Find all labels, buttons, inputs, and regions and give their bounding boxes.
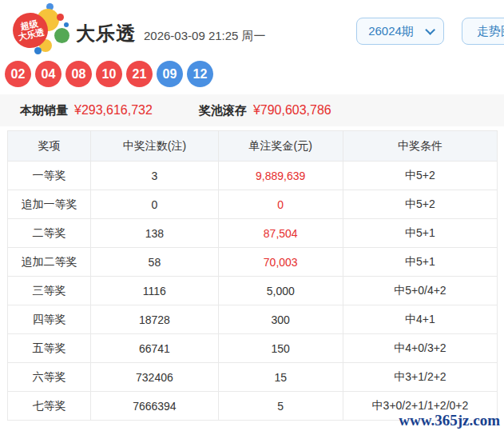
win-condition: 中5+1: [343, 248, 497, 277]
table-row: 六等奖 732406 15 中3+1/2+2: [8, 363, 498, 392]
win-condition: 中4+1: [343, 305, 497, 334]
prize-amount: 5: [218, 392, 343, 421]
prize-amount: 300: [218, 305, 343, 334]
win-condition: 中5+0/4+2: [343, 277, 497, 305]
prize-amount: 70,003: [218, 248, 343, 277]
logo-dot-icon: [57, 14, 64, 21]
page-header: 超级 大乐透 大乐透 2026-03-09 21:25 周一 26024期 走势…: [0, 0, 504, 56]
back-ball: 09: [157, 61, 183, 87]
sales-value: ¥293,616,732: [74, 103, 153, 118]
front-ball: 10: [96, 61, 122, 87]
chevron-down-icon: [425, 25, 435, 35]
prize-name: 二等奖: [8, 219, 91, 248]
win-condition: 中3+1/2+2: [343, 363, 497, 392]
prize-amount: 9,889,639: [218, 162, 343, 190]
prize-name: 四等奖: [8, 305, 91, 334]
front-ball: 21: [126, 61, 153, 87]
period-select-value: 26024期: [368, 24, 414, 39]
logo-dot-icon: [64, 22, 69, 27]
front-ball: 02: [5, 61, 31, 87]
prize-name: 追加二等奖: [8, 248, 91, 277]
prize-name: 七等奖: [8, 392, 91, 421]
win-condition: 中5+2: [343, 162, 497, 190]
watermark-link[interactable]: www.365jz.com: [399, 412, 500, 429]
win-count: 58: [91, 248, 218, 277]
column-header-prize: 奖项: [8, 131, 91, 162]
winning-numbers: 02 04 08 10 21 09 12: [5, 61, 213, 87]
pool-label: 奖池滚存: [199, 103, 247, 118]
prize-name: 六等奖: [8, 363, 91, 392]
table-header-row: 奖项 中奖注数(注) 单注奖金(元) 中奖条件: [8, 131, 498, 162]
win-count: 138: [91, 219, 218, 248]
draw-datetime: 2026-03-09 21:25 周一: [144, 29, 266, 44]
win-condition: 中5+1: [343, 219, 497, 248]
win-count: 0: [91, 190, 218, 219]
table-row: 追加一等奖 0 0 中5+2: [8, 190, 498, 219]
column-header-count: 中奖注数(注): [91, 131, 218, 162]
trend-chart-button[interactable]: 走势图: [462, 18, 504, 45]
trend-chart-button-label: 走势图: [477, 24, 504, 39]
table-row: 五等奖 66741 150 中4+0/3+2: [8, 334, 498, 363]
win-count: 1116: [91, 277, 218, 305]
logo-dot-icon: [54, 28, 69, 43]
column-header-condition: 中奖条件: [343, 131, 497, 162]
front-ball: 04: [35, 61, 62, 87]
win-count: 732406: [91, 363, 218, 392]
prize-name: 五等奖: [8, 334, 91, 363]
logo-dot-icon: [34, 47, 42, 54]
win-count: 7666394: [91, 392, 218, 421]
win-count: 66741: [91, 334, 218, 363]
prize-amount: 150: [218, 334, 343, 363]
period-select-dropdown[interactable]: 26024期: [356, 18, 444, 45]
win-count: 3: [91, 162, 218, 190]
sales-label: 本期销量: [20, 103, 68, 118]
table-row: 一等奖 3 9,889,639 中5+2: [8, 162, 498, 190]
sales-info-bar: 本期销量 ¥293,616,732 奖池滚存 ¥790,603,786: [0, 94, 504, 126]
back-ball: 12: [187, 61, 213, 87]
table-row: 追加二等奖 58 70,003 中5+1: [8, 248, 498, 277]
table-row: 四等奖 18728 300 中4+1: [8, 305, 498, 334]
prize-amount: 15: [218, 363, 343, 392]
prize-amount: 87,504: [218, 219, 343, 248]
prize-name: 一等奖: [8, 162, 91, 190]
prize-amount: 0: [218, 190, 343, 219]
table-row: 三等奖 1116 5,000 中5+0/4+2: [8, 277, 498, 305]
prize-amount: 5,000: [218, 277, 343, 305]
prize-name: 追加一等奖: [8, 190, 91, 219]
table-row: 二等奖 138 87,504 中5+1: [8, 219, 498, 248]
prize-name: 三等奖: [8, 277, 91, 305]
page-title: 大乐透: [76, 21, 136, 46]
pool-value: ¥790,603,786: [253, 103, 331, 118]
column-header-amount: 单注奖金(元): [218, 131, 343, 162]
super-lotto-logo-icon: 超级 大乐透: [13, 3, 67, 54]
prize-table: 奖项 中奖注数(注) 单注奖金(元) 中奖条件 一等奖 3 9,889,639 …: [7, 130, 498, 421]
front-ball: 08: [65, 61, 92, 87]
win-condition: 中4+0/3+2: [343, 334, 497, 363]
win-condition: 中5+2: [343, 190, 497, 219]
win-count: 18728: [91, 305, 218, 334]
